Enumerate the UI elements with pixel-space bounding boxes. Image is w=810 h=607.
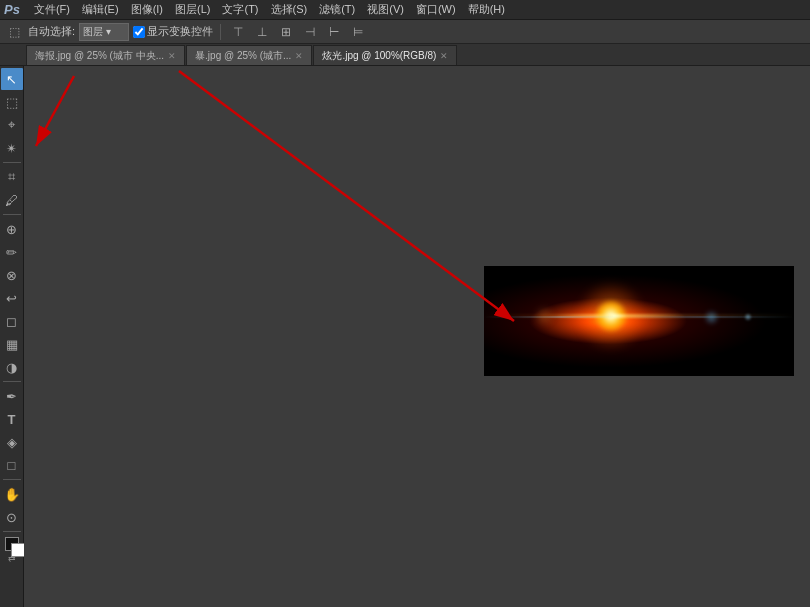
align-right-icon[interactable]: ⊨: [348, 22, 368, 42]
eraser-tool[interactable]: ◻: [1, 310, 23, 332]
layer-dropdown-value: 图层 ▾: [83, 25, 111, 39]
tool-preset-picker[interactable]: ⬚: [4, 22, 24, 42]
healing-brush[interactable]: ⊕: [1, 218, 23, 240]
tab-1-close[interactable]: ✕: [295, 51, 303, 61]
background-color[interactable]: [11, 543, 25, 557]
menu-bar: Ps 文件(F) 编辑(E) 图像(I) 图层(L) 文字(T) 选择(S) 滤…: [0, 0, 810, 20]
flare-small-3: [534, 306, 554, 326]
lasso-tool[interactable]: ⌖: [1, 114, 23, 136]
image-canvas: [484, 266, 794, 376]
marquee-tool[interactable]: ⬚: [1, 91, 23, 113]
align-center-icon[interactable]: ⊢: [324, 22, 344, 42]
menu-select[interactable]: 选择(S): [265, 2, 314, 17]
tool-sep-1: [3, 162, 21, 163]
align-middle-icon[interactable]: ⊥: [252, 22, 272, 42]
move-tool[interactable]: ↖: [1, 68, 23, 90]
layer-dropdown[interactable]: 图层 ▾: [79, 23, 129, 41]
show-transform-area: 显示变换控件: [133, 24, 213, 39]
tool-sep-4: [3, 479, 21, 480]
brush-tool[interactable]: ✏: [1, 241, 23, 263]
tool-sep-3: [3, 381, 21, 382]
show-transform-label: 显示变换控件: [147, 24, 213, 39]
show-transform-checkbox[interactable]: [133, 26, 145, 38]
eyedropper-tool[interactable]: 🖊: [1, 189, 23, 211]
app-logo: Ps: [4, 2, 20, 17]
canvas-area[interactable]: [24, 66, 810, 607]
tab-2-close[interactable]: ✕: [440, 51, 448, 61]
dodge-tool[interactable]: ◑: [1, 356, 23, 378]
zoom-tool[interactable]: ⊙: [1, 506, 23, 528]
menu-image[interactable]: 图像(I): [125, 2, 169, 17]
lens-flare-image: [484, 266, 794, 376]
tab-1-label: 暴.jpg @ 25% (城市...: [195, 49, 291, 63]
menu-help[interactable]: 帮助(H): [462, 2, 511, 17]
hand-tool[interactable]: ✋: [1, 483, 23, 505]
crop-tool[interactable]: ⌗: [1, 166, 23, 188]
flare-small-1: [704, 310, 719, 325]
auto-select-label: 自动选择:: [28, 24, 75, 39]
menu-edit[interactable]: 编辑(E): [76, 2, 125, 17]
divider-1: [220, 24, 221, 40]
tab-0-close[interactable]: ✕: [168, 51, 176, 61]
menu-layer[interactable]: 图层(L): [169, 2, 216, 17]
toolbar: ↖ ⬚ ⌖ ✴ ⌗ 🖊 ⊕ ✏ ⊗ ↩ ◻ ▦ ◑ ✒ T ◈ □ ✋ ⊙ ⇄: [0, 66, 24, 607]
menu-view[interactable]: 视图(V): [361, 2, 410, 17]
tab-0-label: 海报.jpg @ 25% (城市 中央...: [35, 49, 164, 63]
magic-wand-tool[interactable]: ✴: [1, 137, 23, 159]
flare-small-2: [744, 313, 752, 321]
align-bottom-icon[interactable]: ⊞: [276, 22, 296, 42]
main-layout: ↖ ⬚ ⌖ ✴ ⌗ 🖊 ⊕ ✏ ⊗ ↩ ◻ ▦ ◑ ✒ T ◈ □ ✋ ⊙ ⇄: [0, 66, 810, 607]
type-tool[interactable]: T: [1, 408, 23, 430]
clone-stamp[interactable]: ⊗: [1, 264, 23, 286]
tab-2-label: 炫光.jpg @ 100%(RGB/8): [322, 49, 436, 63]
tool-sep-5: [3, 531, 21, 532]
menu-window[interactable]: 窗口(W): [410, 2, 462, 17]
foreground-color[interactable]: [5, 537, 19, 551]
menu-file[interactable]: 文件(F): [28, 2, 76, 17]
shape-tool[interactable]: □: [1, 454, 23, 476]
menu-filter[interactable]: 滤镜(T): [313, 2, 361, 17]
svg-line-2: [179, 71, 514, 321]
history-brush[interactable]: ↩: [1, 287, 23, 309]
tab-2[interactable]: 炫光.jpg @ 100%(RGB/8) ✕: [313, 45, 457, 65]
gradient-tool[interactable]: ▦: [1, 333, 23, 355]
tab-bar: 海报.jpg @ 25% (城市 中央... ✕ 暴.jpg @ 25% (城市…: [0, 44, 810, 66]
pen-tool[interactable]: ✒: [1, 385, 23, 407]
tool-sep-2: [3, 214, 21, 215]
svg-line-1: [36, 76, 74, 146]
align-left-icon[interactable]: ⊣: [300, 22, 320, 42]
options-bar: ⬚ 自动选择: 图层 ▾ 显示变换控件 ⊤ ⊥ ⊞ ⊣ ⊢ ⊨: [0, 20, 810, 44]
menu-text[interactable]: 文字(T): [216, 2, 264, 17]
path-selection[interactable]: ◈: [1, 431, 23, 453]
align-top-icon[interactable]: ⊤: [228, 22, 248, 42]
tab-0[interactable]: 海报.jpg @ 25% (城市 中央... ✕: [26, 45, 185, 65]
tab-1[interactable]: 暴.jpg @ 25% (城市... ✕: [186, 45, 312, 65]
